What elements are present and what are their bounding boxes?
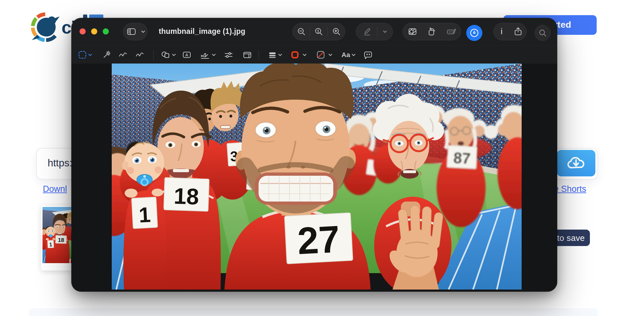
image-tools-group xyxy=(402,23,461,40)
chevron-down-icon xyxy=(278,50,282,60)
markup-toolbar: A xyxy=(71,45,557,64)
speech-bubble-icon xyxy=(363,50,373,60)
chevron-down-icon xyxy=(88,50,92,60)
svg-text:A: A xyxy=(185,53,188,57)
download-button[interactable] xyxy=(557,150,595,176)
shorts-link-fragment[interactable]: e Shorts xyxy=(554,184,586,194)
selection-tool-button[interactable] xyxy=(78,50,87,60)
shapes-tool-button[interactable] xyxy=(161,50,170,60)
minimize-button[interactable] xyxy=(91,28,97,35)
zoom-in-button[interactable] xyxy=(328,23,345,40)
fill-color-button[interactable] xyxy=(316,50,326,60)
zoom-actual-size-icon: 1 xyxy=(314,27,323,36)
zoom-out-button[interactable] xyxy=(293,23,310,40)
zoom-in-icon xyxy=(332,27,341,36)
cloud-download-icon xyxy=(566,155,586,171)
remove-background-button[interactable] xyxy=(403,23,422,40)
text-style-dropdown[interactable] xyxy=(351,50,358,60)
magic-wand-icon xyxy=(101,50,111,60)
pen-in-circle-icon xyxy=(469,28,479,38)
crop-frame-icon xyxy=(242,50,252,60)
annotate-comment-button[interactable] xyxy=(363,50,373,60)
zoom-actual-size-button[interactable]: 1 xyxy=(310,23,327,40)
shapes-icon xyxy=(161,50,170,60)
sliders-icon xyxy=(224,50,233,60)
border-color-swatch-icon xyxy=(290,50,300,60)
autofill-form-icon xyxy=(446,27,456,36)
markup-mode-button[interactable] xyxy=(466,25,482,41)
share-button[interactable] xyxy=(510,23,526,40)
chevron-down-icon xyxy=(351,50,356,60)
markup-pencil-dropdown[interactable] xyxy=(377,23,392,40)
screenshot-root: ci rted https:// Downl e Shorts ck to sa… xyxy=(0,0,644,316)
fill-color-swatch-icon xyxy=(316,50,326,60)
rotate-left-button[interactable] xyxy=(422,23,441,40)
zoom-window-button[interactable] xyxy=(103,28,109,35)
info-button[interactable]: i xyxy=(494,23,510,40)
svg-text:i: i xyxy=(501,27,503,36)
chevron-down-icon xyxy=(328,50,333,60)
quicklook-window: thumbnail_image (1).jpg 1 xyxy=(71,18,557,291)
title-bar: thumbnail_image (1).jpg 1 xyxy=(71,18,557,45)
sidebar-dropdown-button[interactable] xyxy=(139,23,147,40)
download-link-fragment[interactable]: Downl xyxy=(43,184,67,194)
draw-tool-button[interactable] xyxy=(135,50,145,60)
chevron-down-icon xyxy=(141,30,145,33)
signature-icon xyxy=(200,50,210,60)
logo-letter-top-fragment xyxy=(83,15,87,18)
fill-color-dropdown[interactable] xyxy=(328,50,335,60)
zoom-out-icon xyxy=(297,27,306,36)
chevron-down-icon xyxy=(383,30,387,33)
toolbar-divider xyxy=(153,50,154,60)
bottom-section xyxy=(29,308,598,316)
border-color-button[interactable] xyxy=(290,50,300,60)
sketch-tool-button[interactable] xyxy=(118,50,128,60)
info-icon: i xyxy=(497,27,507,36)
chevron-down-icon xyxy=(172,50,176,60)
chevron-down-icon xyxy=(212,50,216,60)
pencil-icon xyxy=(362,27,372,36)
markup-pencil-button[interactable] xyxy=(356,23,377,40)
sidebar-toggle-button[interactable] xyxy=(124,23,139,40)
zoom-controls-group: 1 xyxy=(292,23,345,40)
chevron-down-icon xyxy=(302,50,307,60)
border-color-dropdown[interactable] xyxy=(302,50,309,60)
instant-alpha-button[interactable] xyxy=(101,50,111,60)
autofill-form-button[interactable] xyxy=(441,23,461,40)
sidebar-icon xyxy=(127,27,136,36)
close-button[interactable] xyxy=(80,28,86,35)
svg-text:1: 1 xyxy=(317,29,319,34)
text-style-label: Aa xyxy=(342,51,350,58)
line-weight-icon xyxy=(268,50,277,60)
sketch-squiggle-icon xyxy=(118,50,128,60)
logo-letter-top-fragment xyxy=(89,15,103,18)
site-logo-icon xyxy=(28,8,63,47)
text-style-button[interactable]: Aa xyxy=(340,50,352,60)
adjust-color-button[interactable] xyxy=(224,50,233,60)
preview-image xyxy=(112,64,522,290)
traffic-lights xyxy=(80,28,109,35)
draw-squiggle-icon xyxy=(135,50,145,60)
markup-pencil-group xyxy=(356,23,393,40)
rotate-left-icon xyxy=(427,27,437,36)
text-tool-icon: A xyxy=(182,50,192,60)
search-button[interactable] xyxy=(535,25,551,41)
toolbar-divider xyxy=(259,50,259,60)
window-title: thumbnail_image (1).jpg xyxy=(159,27,245,36)
info-share-group: i xyxy=(493,23,526,40)
sign-tool-button[interactable] xyxy=(200,50,210,60)
text-tool-button[interactable]: A xyxy=(182,50,192,60)
shapes-dropdown[interactable] xyxy=(172,50,178,60)
remove-background-icon xyxy=(408,27,417,36)
sign-dropdown[interactable] xyxy=(212,50,218,60)
share-icon xyxy=(513,27,523,36)
shape-style-dropdown[interactable] xyxy=(278,50,284,60)
selection-rect-icon xyxy=(78,50,87,60)
sidebar-toggle-group xyxy=(123,23,147,40)
preview-canvas xyxy=(71,64,557,291)
crop-button[interactable] xyxy=(242,50,252,60)
shape-style-button[interactable] xyxy=(268,50,277,60)
selection-tool-dropdown[interactable] xyxy=(88,50,94,60)
search-icon xyxy=(538,28,547,38)
